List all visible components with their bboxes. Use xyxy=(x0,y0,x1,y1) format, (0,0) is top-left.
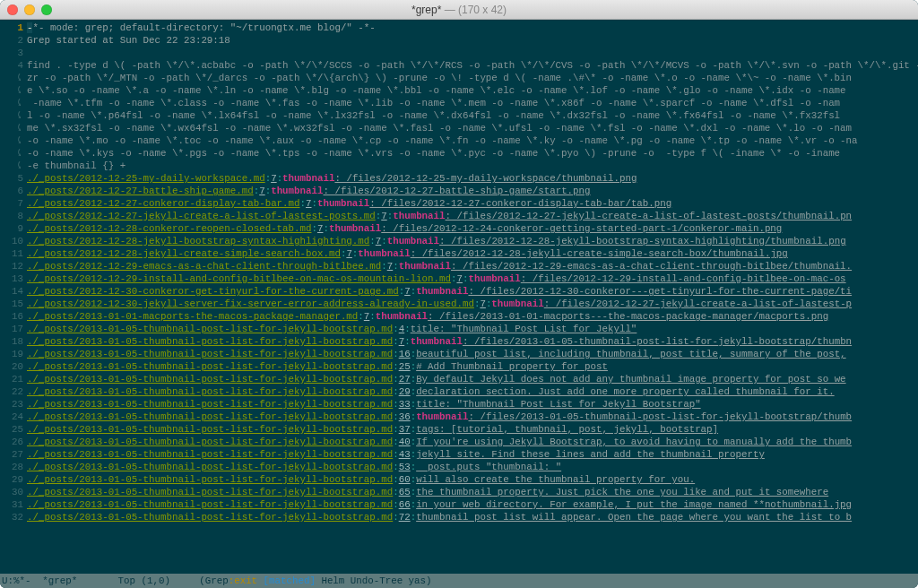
emacs-window: *grep* — (170 x 42) 1234⤹⤹⤹⤹⤹⤹⤹⤹56789101… xyxy=(0,0,918,588)
grep-result-row[interactable]: ./_posts/2012-12-27-battle-ship-game.md:… xyxy=(27,185,918,197)
grep-result-row[interactable]: ./_posts/2013-01-05-thumbnail-post-list-… xyxy=(27,398,918,411)
grep-result-row[interactable]: ./_posts/2013-01-05-thumbnail-post-list-… xyxy=(27,498,918,511)
grep-result-row[interactable]: ./_posts/2012-12-25-my-daily-workspace.m… xyxy=(27,172,918,185)
grep-result-row[interactable]: ./_posts/2013-01-05-thumbnail-post-list-… xyxy=(27,385,918,398)
grep-result-row[interactable]: ./_posts/2013-01-05-thumbnail-post-list-… xyxy=(27,335,918,348)
grep-result-row[interactable]: ./_posts/2012-12-27-jekyll-create-a-list… xyxy=(27,210,918,222)
zoom-icon[interactable] xyxy=(41,4,52,15)
grep-result-row[interactable]: ./_posts/2013-01-05-thumbnail-post-list-… xyxy=(27,436,918,448)
grep-result-row[interactable]: ./_posts/2012-12-27-conkeror-display-tab… xyxy=(27,197,918,210)
grep-result-row[interactable]: ./_posts/2013-01-05-thumbnail-post-list-… xyxy=(27,323,918,335)
grep-result-row[interactable]: ./_posts/2013-01-05-thumbnail-post-list-… xyxy=(27,360,918,373)
grep-result-row[interactable]: ./_posts/2013-01-05-thumbnail-post-list-… xyxy=(27,486,918,498)
close-icon[interactable] xyxy=(7,4,18,15)
buffer-content[interactable]: -*- mode: grep; default-directory: "~/tr… xyxy=(27,20,918,574)
grep-result-row[interactable]: ./_posts/2013-01-05-thumbnail-post-list-… xyxy=(27,473,918,486)
grep-result-row[interactable]: ./_posts/2013-01-05-thumbnail-post-list-… xyxy=(27,461,918,473)
grep-result-row[interactable]: ./_posts/2013-01-05-thumbnail-post-list-… xyxy=(27,423,918,436)
grep-result-row[interactable]: ./_posts/2012-12-30-conkeror-get-tinyurl… xyxy=(27,285,918,298)
grep-result-row[interactable]: ./_posts/2013-01-05-thumbnail-post-list-… xyxy=(27,411,918,423)
grep-result-row[interactable]: ./_posts/2012-12-29-emacs-as-a-chat-clie… xyxy=(27,260,918,272)
grep-result-row[interactable]: ./_posts/2013-01-05-thumbnail-post-list-… xyxy=(27,448,918,461)
traffic-lights xyxy=(7,4,52,15)
modeline-buffer-info: U:%*- *grep* Top (1,0) (Grep xyxy=(2,575,229,586)
grep-result-row[interactable]: ./_posts/2012-12-28-conkeror-reopen-clos… xyxy=(27,222,918,235)
grep-result-row[interactable]: ./_posts/2012-12-29-install-and-config-b… xyxy=(27,272,918,285)
grep-result-row[interactable]: ./_posts/2013-01-01-macports-the-macos-p… xyxy=(27,310,918,323)
grep-result-row[interactable]: ./_posts/2013-01-05-thumbnail-post-list-… xyxy=(27,373,918,385)
minimize-icon[interactable] xyxy=(24,4,35,15)
modeline-minor-modes: Helm Undo-Tree yas) xyxy=(316,575,432,586)
grep-result-row[interactable]: ./_posts/2012-12-28-jekyll-bootstrap-syn… xyxy=(27,235,918,247)
modeline: U:%*- *grep* Top (1,0) (Grep :exit [matc… xyxy=(0,574,918,588)
title-main: *grep* xyxy=(411,4,441,16)
title-dimensions: — (170 x 42) xyxy=(441,4,507,16)
grep-result-row[interactable]: ./_posts/2013-01-05-thumbnail-post-list-… xyxy=(27,348,918,360)
grep-result-row[interactable]: ./_posts/2013-01-05-thumbnail-post-list-… xyxy=(27,511,918,523)
modeline-exit-status: :exit xyxy=(229,575,264,586)
grep-result-row[interactable]: ./_posts/2012-12-30-jekyll-server-fix-se… xyxy=(27,298,918,310)
titlebar[interactable]: *grep* — (170 x 42) xyxy=(0,0,918,20)
grep-result-row[interactable]: ./_posts/2012-12-28-jekyll-create-simple… xyxy=(27,247,918,260)
line-number-gutter: 1234⤹⤹⤹⤹⤹⤹⤹⤹5678910111213141516171819202… xyxy=(0,20,27,574)
editor-area[interactable]: 1234⤹⤹⤹⤹⤹⤹⤹⤹5678910111213141516171819202… xyxy=(0,20,918,574)
modeline-match-status: [matched] xyxy=(264,575,316,586)
window-title: *grep* — (170 x 42) xyxy=(52,4,866,16)
